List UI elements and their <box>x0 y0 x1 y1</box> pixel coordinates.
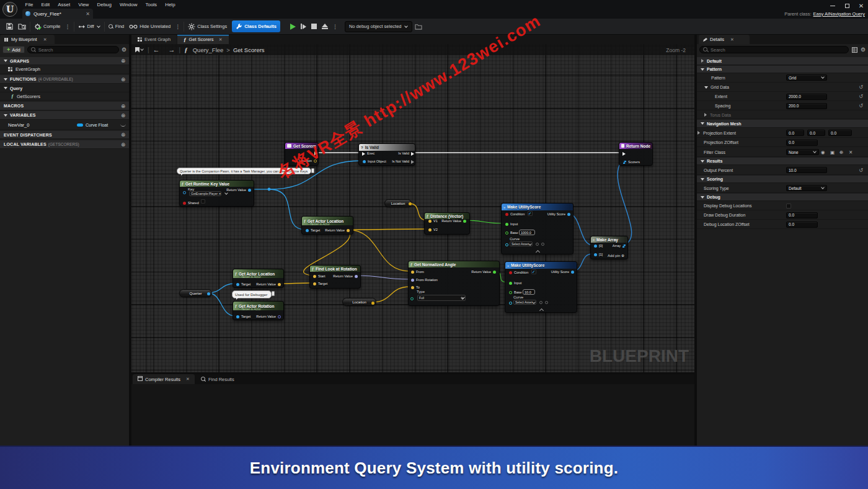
input-debug-location-zoffset[interactable]: 0.0 <box>786 222 818 228</box>
class-defaults-button[interactable]: Class Defaults <box>232 20 280 32</box>
pin-utility-score[interactable]: Utility Score <box>571 271 574 274</box>
input-extent[interactable]: 2000.0 <box>786 94 827 100</box>
graph-viewport[interactable]: Get ScorersLocation?Is ValidExecInput Ob… <box>131 44 694 372</box>
pill-output-pin[interactable] <box>409 202 412 205</box>
checkbox-display-debug-locations[interactable] <box>786 204 791 209</box>
pin-target[interactable]: Target <box>306 229 309 232</box>
section-macros[interactable]: MACROS⊕ <box>0 102 129 110</box>
pill-node-querier[interactable]: Querier <box>179 289 212 297</box>
add-macros-button[interactable]: ⊕ <box>121 103 125 109</box>
select-filter-class[interactable]: None <box>786 149 819 155</box>
category-default[interactable]: Default <box>697 57 868 65</box>
node-widget-select-getexample-player[interactable]: GetExample:Player ✕ <box>189 191 221 196</box>
tab-my-blueprint[interactable]: My Blueprint ✕ <box>0 35 55 44</box>
node-widget-check[interactable] <box>201 199 205 204</box>
pin-array[interactable]: Array <box>622 244 626 248</box>
node-widget-chev[interactable] <box>224 191 228 195</box>
property-projection-extent[interactable]: Projection Extent0.00.00.0 <box>697 128 868 138</box>
property-torus-data[interactable]: Torus Data <box>697 111 868 119</box>
display-filter-icon[interactable] <box>852 47 857 53</box>
parent-class-link[interactable]: Easy AINavigation Query <box>813 11 865 17</box>
property-draw-debug-duration[interactable]: Draw Debug Duration0.0 <box>697 211 868 220</box>
close-button[interactable]: ✕ <box>857 2 866 9</box>
pin-exec[interactable]: Exec <box>362 152 365 156</box>
pin-target[interactable]: Target <box>313 282 316 285</box>
compile-options-kebab[interactable]: ⋮ <box>63 24 73 30</box>
bottom-tab-find-results[interactable]: Find Results <box>196 374 239 384</box>
expander-icon[interactable] <box>701 196 704 199</box>
pin-shared[interactable]: Shared <box>183 202 186 205</box>
add-functions-button[interactable]: ⊕ <box>121 76 125 83</box>
expander-icon[interactable] <box>704 86 708 89</box>
clear-asset-icon[interactable]: ✕ <box>849 150 852 155</box>
minimize-button[interactable] <box>828 2 837 9</box>
section-local-variables[interactable]: LOCAL VARIABLES(GETSCORERS)⊕ <box>0 140 129 149</box>
pill-node-location-bottom[interactable]: Location <box>342 298 376 306</box>
browse-button[interactable] <box>16 20 29 33</box>
pin-utility-score[interactable]: Utility Score <box>567 213 570 216</box>
nav-back-arrow[interactable]: ← <box>153 46 160 53</box>
category-navigation-mesh[interactable]: Navigation Mesh <box>697 120 868 128</box>
section-functions[interactable]: FUNCTIONS(4 OVERRIDABLE)⊕ <box>0 75 129 84</box>
panel-settings-gear-icon[interactable]: ⚙ <box>122 47 126 53</box>
node-widget-check[interactable] <box>528 211 533 216</box>
pin-is-not-valid[interactable]: Is Not Valid <box>411 160 414 164</box>
node-widget-circ[interactable] <box>536 243 539 246</box>
pin-1[interactable]: [1] <box>594 253 597 256</box>
expander-icon[interactable] <box>698 131 700 135</box>
menu-view[interactable]: View <box>74 2 93 7</box>
pin-to[interactable]: To <box>411 286 414 289</box>
property-scoring-type[interactable]: Scoring TypeDefault <box>697 184 868 193</box>
node-get-actor-rotation[interactable]: ƒGet Actor RotationTarget is ActorTarget… <box>232 301 284 320</box>
node-widget-select-full[interactable]: Full <box>417 295 466 301</box>
details-settings-gear-icon[interactable]: ⚙ <box>861 47 866 53</box>
add-event-dispatchers-button[interactable]: ⊕ <box>121 132 125 138</box>
property-extent[interactable]: Extent2000.0↺ <box>697 92 868 101</box>
play-button[interactable] <box>288 20 298 33</box>
nav-forward-arrow[interactable]: → <box>169 46 175 53</box>
pin-ring[interactable] <box>505 243 508 246</box>
pin-return-value[interactable]: Return Value <box>347 229 350 232</box>
menu-edit[interactable]: Edit <box>37 2 54 7</box>
property-filter-class[interactable]: Filter ClassNone◉▣⊕✕ <box>697 148 868 157</box>
comment-bubble-1[interactable]: Querier is the Companion Pawn, it has a … <box>177 168 311 174</box>
property-grid-data[interactable]: Grid Data↺ <box>697 83 868 92</box>
diff-button[interactable]: Diff <box>76 20 103 33</box>
tab-details-close-icon[interactable]: ✕ <box>730 37 734 42</box>
node-widget-select-select-asset[interactable]: Select Asset <box>513 300 536 305</box>
node-get-normalized-angle[interactable]: ƒGet Normalized AngleFromFrom RotationTo… <box>408 261 500 306</box>
pin-ring[interactable] <box>183 191 186 194</box>
breadcrumb-root[interactable]: Query_Flee <box>193 47 224 53</box>
node-get-scorers[interactable]: Get ScorersLocation <box>285 142 319 166</box>
node-widget-circ[interactable] <box>539 301 542 304</box>
select-pattern[interactable]: Grid <box>786 74 827 81</box>
step-button[interactable] <box>298 20 309 33</box>
maximize-button[interactable] <box>843 2 851 9</box>
input-projection-zoffset[interactable]: 0.0 <box>786 140 818 146</box>
node-find-look-at-rotation[interactable]: ƒFind Look at RotationStartTargetReturn … <box>309 265 361 289</box>
category-debug[interactable]: Debug <box>697 194 868 201</box>
node-make-utilityscore-1[interactable]: »Make UtilityScoreConditionInputBaseUtil… <box>501 203 574 254</box>
pin-return-value[interactable]: Return Value <box>463 220 466 223</box>
node-widget-circ[interactable] <box>541 243 544 246</box>
pin-ring[interactable] <box>509 302 512 305</box>
details-search-input[interactable]: Search <box>699 46 849 53</box>
item-eventgraph[interactable]: EventGraph <box>0 65 129 74</box>
property-projection-zoffset[interactable]: Projection ZOffset0.0 <box>697 138 868 147</box>
pin-target[interactable]: Target <box>236 315 239 318</box>
node-get-actor-location-1[interactable]: ƒGet Actor LocationTarget is ActorTarget… <box>301 216 353 235</box>
node-is-valid[interactable]: ?Is ValidExecInput ObjectIs ValidIs Not … <box>358 143 415 166</box>
graph-tab-get-scorers[interactable]: ƒGet Scorers✕ <box>177 35 228 44</box>
property-display-debug-locations[interactable]: Display Debug Locations <box>697 202 868 210</box>
find-button[interactable]: Find <box>106 20 127 33</box>
menu-window[interactable]: Window <box>115 2 141 7</box>
compile-button[interactable]: Compile <box>32 20 63 33</box>
save-button[interactable] <box>4 20 16 33</box>
category-pattern[interactable]: Pattern <box>697 66 868 73</box>
asset-tab-close-icon[interactable]: ✕ <box>86 11 90 17</box>
debug-object-dropdown[interactable]: No debug object selected <box>345 21 412 32</box>
pin-location[interactable]: Location <box>314 159 317 163</box>
eject-button[interactable] <box>319 20 330 33</box>
reset-to-default-icon[interactable]: ↺ <box>859 94 863 99</box>
pin-exec[interactable] <box>622 152 626 156</box>
